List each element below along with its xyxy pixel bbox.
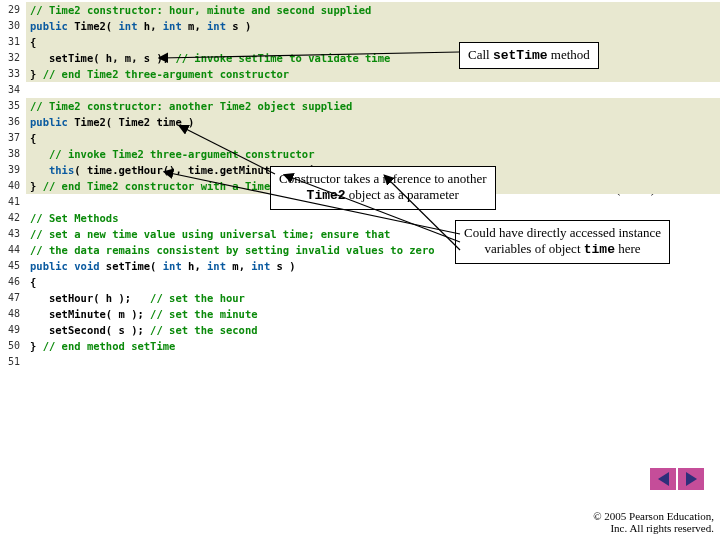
code-text: { bbox=[26, 34, 720, 50]
code-text: setTime( h, m, s ); // invoke setTime to… bbox=[26, 50, 720, 66]
annotation-call-settime: Call setTime method bbox=[459, 42, 599, 69]
code-text: setHour( h ); // set the hour bbox=[26, 290, 720, 306]
line-number: 45 bbox=[0, 258, 26, 274]
code-comment: // Set Methods bbox=[30, 212, 119, 224]
line-number: 33 bbox=[0, 66, 26, 82]
annotation-direct-access: Could have directly accessed instance va… bbox=[455, 220, 670, 264]
code-comment: // Time2 constructor: hour, minute and s… bbox=[30, 4, 371, 16]
code-comment: // Time2 constructor: another Time2 obje… bbox=[30, 100, 352, 112]
code-text bbox=[26, 82, 720, 98]
line-number: 40 bbox=[0, 178, 26, 194]
code-comment: // invoke Time2 three-argument construct… bbox=[30, 148, 314, 160]
triangle-left-icon bbox=[658, 472, 669, 486]
code-text: setSecond( s ); // set the second bbox=[26, 322, 720, 338]
copyright-footer: © 2005 Pearson Education, Inc. All right… bbox=[593, 510, 714, 534]
line-number: 42 bbox=[0, 210, 26, 226]
code-comment: // the data remains consistent by settin… bbox=[30, 244, 435, 256]
prev-button[interactable] bbox=[650, 468, 676, 490]
line-number: 37 bbox=[0, 130, 26, 146]
annotation-constructor-ref: Constructor takes a reference to another… bbox=[270, 166, 496, 210]
line-number: 49 bbox=[0, 322, 26, 338]
line-number: 47 bbox=[0, 290, 26, 306]
next-button[interactable] bbox=[678, 468, 704, 490]
code-text: { bbox=[26, 274, 720, 290]
nav-buttons bbox=[650, 468, 704, 490]
line-number: 39 bbox=[0, 162, 26, 178]
line-number: 48 bbox=[0, 306, 26, 322]
line-number: 46 bbox=[0, 274, 26, 290]
code-text: } // end Time2 three-argument constructo… bbox=[26, 66, 720, 82]
code-text: } // end method setTime bbox=[26, 338, 720, 354]
line-number: 51 bbox=[0, 354, 26, 370]
line-number: 36 bbox=[0, 114, 26, 130]
code-text: { bbox=[26, 130, 720, 146]
line-number: 34 bbox=[0, 82, 26, 98]
line-number: 50 bbox=[0, 338, 26, 354]
line-number: 31 bbox=[0, 34, 26, 50]
line-number: 30 bbox=[0, 18, 26, 34]
code-text: public Time2( int h, int m, int s ) bbox=[26, 18, 720, 34]
line-number: 41 bbox=[0, 194, 26, 210]
code-text: setMinute( m ); // set the minute bbox=[26, 306, 720, 322]
line-number: 38 bbox=[0, 146, 26, 162]
triangle-right-icon bbox=[686, 472, 697, 486]
line-number: 43 bbox=[0, 226, 26, 242]
code-text: public Time2( Time2 time ) bbox=[26, 114, 720, 130]
line-number: 44 bbox=[0, 242, 26, 258]
line-number: 35 bbox=[0, 98, 26, 114]
code-comment: // set a new time value using universal … bbox=[30, 228, 390, 240]
line-number: 29 bbox=[0, 2, 26, 18]
line-number: 32 bbox=[0, 50, 26, 66]
code-text bbox=[26, 354, 720, 370]
